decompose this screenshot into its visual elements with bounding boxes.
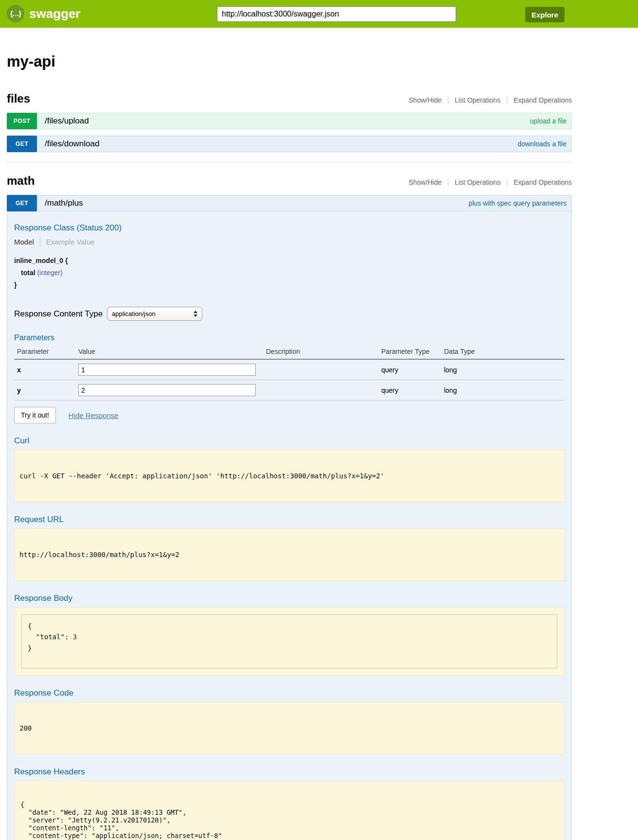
divider [507,179,507,186]
column-header-data-type: Data Type [441,344,565,359]
operation-summary-link[interactable]: downloads a file [518,140,567,148]
main-content: my-api files Show/Hide List Operations E… [7,53,572,840]
response-body-block: { "total": 3 } [14,607,565,676]
try-it-out-button[interactable]: Try it out! [14,407,56,423]
tab-model[interactable]: Model [14,238,34,246]
operation-summary-link[interactable]: upload a file [530,117,567,125]
operation-summary-link[interactable]: plus with spec query parameters [468,199,567,207]
top-header-bar: {…} swagger Explore [0,0,638,28]
math-section-controls: Show/Hide List Operations Expand Operati… [408,178,572,186]
operation-row-get-files-download[interactable]: GET /files/download downloads a file [7,136,572,152]
parameter-data-type: long [441,359,565,380]
files-list-operations-link[interactable]: List Operations [455,96,500,104]
response-content-type-row: Response Content Type application/json [14,307,565,321]
model-close: } [14,281,17,289]
method-badge-post: POST [7,113,37,129]
parameters-table: Parameter Value Description Parameter Ty… [14,344,565,401]
request-url: http://localhost:3000/math/plus?x=1&y=2 [19,551,559,559]
parameter-type: query [378,359,441,380]
operation-get-math-plus: GET /math/plus plus with spec query para… [7,195,572,840]
column-header-description: Description [263,344,378,359]
page-title: my-api [7,53,572,70]
math-list-operations-link[interactable]: List Operations [455,178,500,186]
operation-row-post-files-upload[interactable]: POST /files/upload upload a file [7,113,572,129]
model-open: inline_model_0 { [14,257,68,264]
divider [448,97,448,104]
model-tabs: Model Example Value [14,237,565,247]
response-content-type-select[interactable]: application/json [107,307,202,321]
column-header-parameter: Parameter [14,344,75,359]
files-show-hide-link[interactable]: Show/Hide [408,96,442,104]
parameters-heading: Parameters [14,333,565,342]
operation-content-panel: Response Class (Status 200) Model Exampl… [7,211,572,840]
parameter-data-type: long [441,380,565,401]
model-prop-name: total [21,269,35,277]
math-section-title: math [7,174,35,188]
curl-heading: Curl [14,436,565,446]
response-headers-block: { "date": "Wed, 22 Aug 2018 18:49:13 GMT… [14,781,565,840]
parameter-description [263,359,378,380]
curl-command: curl -X GET --header 'Accept: applicatio… [19,472,559,480]
response-class-heading: Response Class (Status 200) [14,223,565,233]
swagger-logo-icon: {…} [7,5,24,22]
parameter-type: query [378,380,441,401]
divider [40,237,40,247]
response-content-type-value: application/json [112,310,156,317]
parameter-row-x: x query long [14,359,565,380]
brand-title: swagger [29,6,81,21]
curl-command-block: curl -X GET --header 'Accept: applicatio… [14,450,565,502]
parameters-header-row: Parameter Value Description Parameter Ty… [14,344,565,359]
operation-path-link[interactable]: /files/upload [45,116,89,126]
tab-example-value[interactable]: Example Value [46,238,95,246]
parameter-y-input[interactable] [78,384,256,396]
operation-path-link[interactable]: /files/download [45,139,99,149]
try-it-out-row: Try it out! Hide Response [14,407,565,423]
files-section-controls: Show/Hide List Operations Expand Operati… [408,96,572,104]
explore-button[interactable]: Explore [525,7,565,22]
math-expand-operations-link[interactable]: Expand Operations [514,178,572,186]
column-header-value: Value [75,344,263,359]
request-url-heading: Request URL [14,515,565,525]
math-show-hide-link[interactable]: Show/Hide [408,178,442,186]
spec-url-input[interactable] [217,6,456,22]
operation-row-get-math-plus[interactable]: GET /math/plus plus with spec query para… [7,195,572,211]
parameter-description [263,380,378,401]
request-url-block: http://localhost:3000/math/plus?x=1&y=2 [14,528,565,581]
hide-response-link[interactable]: Hide Response [69,411,119,420]
swagger-logo-link[interactable]: {…} swagger [7,5,81,22]
response-code: 200 [19,724,559,732]
response-body-inner: { "total": 3 } [21,614,557,668]
method-badge-get: GET [7,136,37,152]
divider [448,179,448,186]
response-headers-json: { "date": "Wed, 22 Aug 2018 18:49:13 GMT… [20,801,559,840]
files-section-header: files Show/Hide List Operations Expand O… [7,92,572,105]
parameter-name: x [14,359,75,380]
files-section-title: files [7,92,30,105]
parameter-x-input[interactable] [78,364,256,376]
section-divider [7,162,572,162]
divider [507,97,507,104]
response-content-type-label: Response Content Type [14,309,103,319]
method-badge-get: GET [7,195,37,211]
parameter-name: y [14,380,75,401]
column-header-parameter-type: Parameter Type [378,344,441,359]
math-section-header: math Show/Hide List Operations Expand Op… [7,174,572,188]
model-signature: inline_model_0 { total (integer) } [14,255,565,291]
response-headers-heading: Response Headers [14,767,565,777]
response-body-json: { "total": 3 } [28,621,551,653]
files-expand-operations-link[interactable]: Expand Operations [514,96,572,104]
operation-path-link[interactable]: /math/plus [45,198,83,208]
select-arrows-icon [194,311,197,317]
response-body-heading: Response Body [14,594,565,603]
parameter-row-y: y query long [14,380,565,401]
response-code-block: 200 [14,702,565,754]
response-code-heading: Response Code [14,688,565,698]
model-prop-type: (integer) [37,269,62,277]
